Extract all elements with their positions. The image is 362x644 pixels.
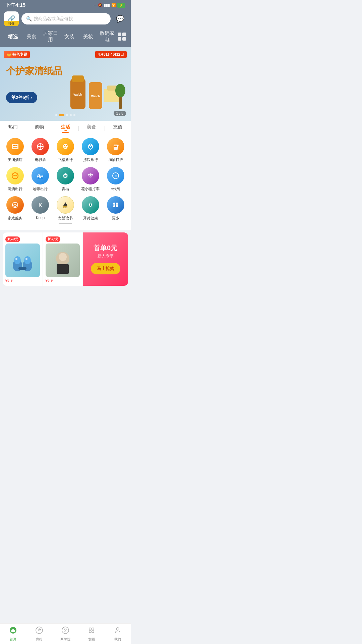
promo-card-1-badge: 新人0元 [5, 236, 20, 242]
cat-tab-food[interactable]: 美食 [79, 124, 105, 133]
scroll-indicator [0, 221, 131, 227]
banner-badge: 👑 特色专题 [4, 51, 30, 58]
svg-point-20 [64, 145, 65, 146]
service-qingjv-icon [57, 167, 74, 184]
service-keep-icon: K [32, 196, 49, 214]
service-edaijia-label: e代驾 [111, 186, 120, 192]
service-huaxiaozhu[interactable]: 花小猪打车 [78, 167, 103, 192]
svg-rect-1 [72, 75, 84, 82]
promo-card-1[interactable]: 新人0元 ¥5.9 [3, 232, 43, 286]
logo-button[interactable]: 🔗 转链 [4, 11, 19, 26]
service-meituan[interactable]: 美团酒店 [3, 138, 28, 162]
promo-right[interactable]: 首单0元 新人专享 马上抢购 [83, 232, 128, 286]
svg-rect-11 [13, 147, 17, 148]
status-time: 下午4:15 [5, 2, 25, 8]
service-bohe-icon [82, 196, 99, 214]
service-more[interactable]: 更多 [103, 196, 128, 221]
svg-rect-53 [113, 203, 115, 205]
banner-dots [55, 114, 75, 116]
svg-point-44 [92, 174, 93, 175]
svg-rect-63 [18, 267, 26, 270]
search-icon: 🔍 [26, 16, 32, 21]
service-qingjv[interactable]: 青桔 [53, 167, 78, 192]
service-keep[interactable]: K Keep [28, 196, 53, 221]
service-ctrip[interactable]: 携程旅行 [78, 138, 103, 162]
svg-text:Walch: Walch [91, 95, 100, 98]
service-keep-label: Keep [36, 216, 45, 220]
svg-text:K: K [39, 202, 42, 208]
svg-point-58 [14, 256, 21, 264]
chat-icon: 💬 [116, 15, 124, 23]
status-bar: 下午4:15 ··· 🔕 ▮▮▮ 🛜 ⚡ [0, 0, 131, 9]
nav-grid-button[interactable] [117, 31, 127, 42]
svg-text:Walch: Walch [73, 93, 82, 96]
promo-cta-button[interactable]: 马上抢购 [91, 263, 120, 274]
cat-tab-recharge[interactable]: 充值 [105, 124, 131, 133]
nav-tab-nvzhuang[interactable]: 女装 [60, 32, 79, 41]
service-jiajia[interactable]: 家政服务 [3, 196, 28, 221]
svg-rect-26 [114, 146, 117, 147]
service-gas-icon [107, 138, 124, 155]
svg-rect-54 [116, 203, 118, 205]
banner-cta-button[interactable]: 第2件5折 › [6, 92, 37, 103]
service-didi-label: 滴滴出行 [8, 186, 22, 192]
promo-section: 新人0元 ¥5.9 新人0元 [3, 232, 128, 286]
nav-tab-meizhuang[interactable]: 美妆 [79, 32, 98, 41]
promo-row: 新人0元 ¥5.9 新人0元 [3, 232, 128, 286]
svg-marker-51 [63, 202, 67, 206]
service-movie-icon [32, 138, 49, 155]
svg-text:e: e [115, 174, 117, 178]
nav-tab-jiaju[interactable]: 居家日用 [41, 29, 60, 44]
service-movie-label: 电影票 [35, 157, 46, 162]
promo-card-2-badge: 新人0元 [46, 236, 60, 242]
svg-point-23 [64, 147, 66, 148]
cat-tab-life[interactable]: 生活 ~ [52, 124, 78, 133]
promo-card-2-price: ¥6.9 [46, 278, 80, 282]
service-hello[interactable]: 哈啰出行 [28, 167, 53, 192]
svg-rect-55 [113, 205, 115, 207]
logo-label: 转链 [4, 21, 19, 26]
service-ctrip-icon [82, 138, 99, 155]
service-didi[interactable]: 滴滴出行 [3, 167, 28, 192]
svg-point-32 [38, 177, 40, 179]
svg-point-62 [25, 258, 27, 260]
service-huaxiaozhu-icon [82, 167, 99, 184]
svg-point-61 [24, 256, 31, 264]
nav-tab-meishi[interactable]: 美食 [22, 32, 41, 41]
svg-text:读书: 读书 [64, 207, 67, 209]
promo-right-title: 首单0元 [94, 244, 117, 252]
service-fandeng[interactable]: 读书 樊登读书 [53, 196, 78, 221]
nav-tab-jingxuan[interactable]: 精选 [3, 32, 22, 41]
cat-tab-hotspot[interactable]: 热门 [0, 124, 26, 133]
service-edaijia[interactable]: e e代驾 [103, 167, 128, 192]
cat-tab-shopping[interactable]: 购物 [26, 124, 52, 133]
service-hello-label: 哈啰出行 [33, 186, 48, 192]
header: 🔗 转链 🔍 搜商品名或商品链接 💬 [0, 9, 131, 29]
service-meituan-icon [6, 138, 24, 155]
svg-point-24 [90, 146, 91, 147]
service-fliggy[interactable]: 飞猪旅行 [53, 138, 78, 162]
service-movie[interactable]: 电影票 [28, 138, 53, 162]
service-gas[interactable]: 加油打折 [103, 138, 128, 162]
svg-rect-9 [12, 144, 18, 149]
search-bar[interactable]: 🔍 搜商品名或商品链接 [21, 13, 111, 24]
svg-point-33 [41, 177, 43, 179]
service-qingjv-label: 青桔 [62, 186, 69, 192]
service-fliggy-icon [57, 138, 74, 155]
promo-card-1-image [5, 244, 40, 277]
service-didi-icon [6, 167, 24, 184]
svg-point-65 [59, 253, 67, 261]
service-meituan-label: 美团酒店 [8, 157, 22, 162]
svg-point-59 [15, 258, 17, 260]
service-jiajia-label: 家政服务 [8, 216, 22, 221]
promo-right-sub: 新人专享 [98, 253, 114, 259]
nav-tab-digital[interactable]: 数码家电 [98, 29, 117, 44]
chat-button[interactable]: 💬 [113, 12, 127, 25]
promo-card-2[interactable]: 新人0元 ¥6.9 [43, 232, 83, 286]
banner-title: 个护家清纸品 [6, 65, 62, 77]
service-gas-label: 加油打折 [108, 157, 123, 162]
svg-point-14 [39, 146, 41, 148]
svg-point-8 [115, 84, 125, 97]
service-bohe[interactable]: 薄荷健康 [78, 196, 103, 221]
promo-card-1-price: ¥5.9 [5, 278, 40, 282]
